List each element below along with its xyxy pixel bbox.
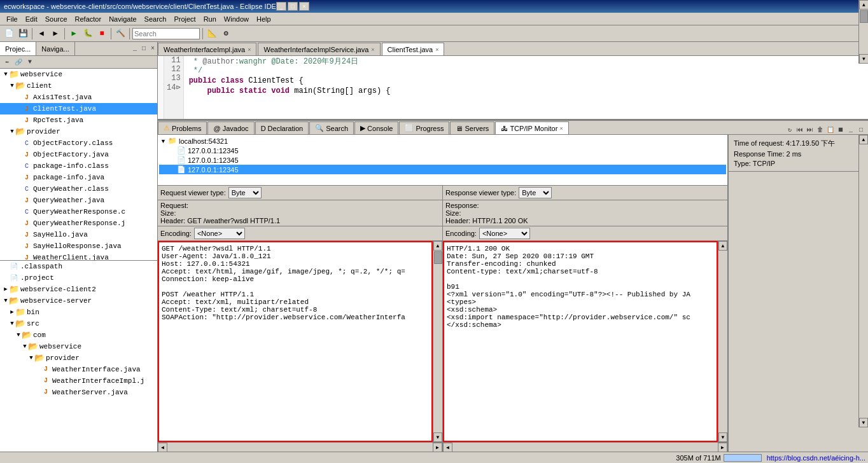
back-button[interactable]: ◀ [35, 27, 48, 40]
request-body[interactable]: GET /weather?wsdl HTTP/1.1 User-Agent: J… [158, 241, 433, 442]
tab-progress[interactable]: ⬜ Progress [399, 121, 449, 134]
scroll-down-button[interactable]: ▼ [859, 56, 868, 64]
debug-button[interactable]: 🐛 [81, 27, 94, 40]
tcpip-toolbar-btn5[interactable]: 📋 [826, 125, 835, 134]
tree-item-bin[interactable]: ▶ 📁 bin [0, 307, 157, 318]
tab-javadoc[interactable]: @ Javadoc [207, 121, 254, 134]
tree-item-src[interactable]: ▼ 📂 src [0, 318, 157, 329]
tree-item-pkginfo-class[interactable]: C package-info.class [0, 160, 157, 172]
maximize-panel-button[interactable]: □ [139, 45, 148, 53]
tcpip-toolbar-btn2[interactable]: ⏮ [795, 125, 804, 134]
menu-run[interactable]: Run [200, 14, 220, 24]
tree-menu-button[interactable]: ▼ [24, 58, 36, 67]
tcpip-toolbar-btn6[interactable]: ⏹ [836, 125, 845, 134]
tree-item-com[interactable]: ▼ 📂 com [0, 329, 157, 341]
minimize-bottom-button[interactable]: _ [846, 125, 855, 134]
close-tab-clienttest[interactable]: × [435, 46, 438, 53]
tab-servers[interactable]: 🖥 Servers [450, 121, 494, 134]
request-hscroll-left[interactable]: ◀ [158, 443, 167, 452]
request-viewer-select[interactable]: Byte XML HTML [228, 187, 262, 198]
conn-item-127-3[interactable]: 📄 127.0.0.1:12345 [159, 165, 726, 174]
response-scroll-up[interactable]: ▲ [718, 241, 727, 251]
tcpip-toolbar-btn1[interactable]: ↻ [785, 125, 794, 134]
minimize-panel-button[interactable]: _ [130, 45, 139, 53]
conn-item-localhost[interactable]: ▼ 📁 localhost:54321 [159, 136, 726, 146]
response-hscroll-right[interactable]: ▶ [718, 443, 727, 452]
tree-item-queryweatherresp-j[interactable]: J QueryWeatherResponse.j [0, 218, 157, 229]
tab-clienttest[interactable]: ClientTest.java × [382, 43, 445, 55]
menu-window[interactable]: Window [220, 14, 253, 24]
response-hscroll[interactable]: ◀ ▶ [443, 442, 727, 452]
stop-button[interactable]: ■ [95, 27, 108, 40]
tree-item-webservice2[interactable]: ▼ 📂 webservice [0, 341, 157, 352]
close-panel-button[interactable]: × [148, 45, 157, 53]
tree-item-webservice-client2[interactable]: ▶ 📁 webservice-client2 [0, 284, 157, 295]
tree-item-sayhello[interactable]: J SayHello.java [0, 229, 157, 240]
tree-item-queryweather-class[interactable]: C QueryWeather.class [0, 183, 157, 195]
tree-item-weatherinterface[interactable]: J WeatherInterface.java [0, 364, 157, 375]
menu-refactor[interactable]: Refactor [71, 14, 106, 24]
menu-navigate[interactable]: Navigate [105, 14, 140, 24]
tab-weatherifaceimplservice[interactable]: WeatherInterfaceImplService.java × [258, 43, 380, 55]
link-editor-button[interactable]: 🔗 [13, 58, 24, 67]
request-scroll-down[interactable]: ▼ [433, 432, 442, 442]
maximize-bottom-button[interactable]: □ [857, 125, 865, 134]
tree-item-objectfactory-class[interactable]: C ObjectFactory.class [0, 137, 157, 149]
close-tab-weatherifaceimpl[interactable]: × [248, 46, 251, 53]
tree-item-classpath[interactable]: 📄 .classpath [0, 261, 157, 272]
tree-item-client[interactable]: ▼ 📂 client [0, 80, 157, 92]
tcpip-toolbar-btn4[interactable]: 🗑 [816, 125, 825, 134]
tree-item-weatherifaceimpl2[interactable]: J WeatherInterfaceImpl.j [0, 375, 157, 387]
menu-project[interactable]: Project [170, 14, 199, 24]
tab-tcpip-monitor[interactable]: 🖧 TCP/IP Monitor × [495, 121, 568, 134]
tree-item-queryweather-java[interactable]: J QueryWeather.java [0, 195, 157, 206]
response-vscroll[interactable]: ▲ ▼ [718, 241, 727, 442]
right-scroll-up[interactable]: ▲ [859, 135, 868, 144]
collapse-all-button[interactable]: ⬅ [1, 58, 13, 67]
request-hscroll[interactable]: ◀ ▶ [158, 442, 442, 452]
connection-tree[interactable]: ▼ 📁 localhost:54321 📄 127.0.0.1:12345 📄 [158, 135, 727, 186]
tab-problems[interactable]: ⚠ Problems [158, 121, 207, 134]
request-scroll-thumb[interactable] [434, 251, 442, 264]
menu-file[interactable]: File [3, 14, 22, 24]
tree-item-queryweatherresp-c[interactable]: C QueryWeatherResponse.c [0, 206, 157, 218]
tab-navigator[interactable]: Naviga... [36, 42, 74, 55]
tree-item-axis1test[interactable]: J Axis1Test.java [0, 92, 157, 103]
request-encoding-select[interactable]: <None> [194, 228, 245, 239]
save-button[interactable]: 💾 [17, 27, 29, 40]
response-hscroll-left[interactable]: ◀ [443, 443, 452, 452]
new-button[interactable]: 📄 [3, 27, 15, 40]
minimize-button[interactable]: _ [276, 2, 286, 11]
tree-item-objectfactory-java[interactable]: J ObjectFactory.java [0, 149, 157, 160]
code-editor[interactable]: 11 12 13 14⊳ * @author:wanghr @Date: 202… [158, 56, 868, 120]
conn-toggle-localhost[interactable]: ▼ [160, 138, 168, 144]
close-button[interactable]: × [299, 2, 309, 11]
response-viewer-select[interactable]: Byte XML HTML [519, 187, 552, 198]
response-body[interactable]: HTTP/1.1 200 OK Date: Sun, 27 Sep 2020 0… [443, 241, 718, 442]
tcpip-toolbar-btn3[interactable]: ⏭ [806, 125, 815, 134]
tab-declaration[interactable]: D Declaration [255, 121, 309, 134]
tree-item-webservice[interactable]: ▼ 📁 webservice [0, 69, 157, 80]
request-vscroll[interactable]: ▲ ▼ [433, 241, 442, 442]
run-button[interactable]: ▶ [67, 27, 80, 40]
request-scroll-up[interactable]: ▲ [433, 241, 442, 251]
build-button[interactable]: 🔨 [114, 27, 127, 40]
menu-search[interactable]: Search [141, 14, 171, 24]
tab-project-explorer[interactable]: Projec... [0, 42, 36, 55]
conn-item-127-1[interactable]: 📄 127.0.0.1:12345 [159, 146, 726, 155]
tree-item-rpctest[interactable]: J RpcTest.java [0, 114, 157, 126]
close-tab-weatherifaceimplservice[interactable]: × [371, 46, 374, 53]
editor-vscroll[interactable]: ▲ ▼ [858, 56, 868, 64]
response-scroll-down[interactable]: ▼ [718, 432, 727, 442]
tree-item-provider[interactable]: ▼ 📂 provider [0, 126, 157, 137]
tab-weatherifaceimpl[interactable]: WeatherInterfaceImpl.java × [158, 43, 256, 55]
search-input[interactable] [134, 29, 198, 39]
tree-item-weatherserver[interactable]: J WeatherServer.java [0, 387, 157, 398]
close-tcpip-tab[interactable]: × [559, 125, 563, 132]
maximize-button[interactable]: □ [288, 2, 298, 11]
tree-item-pkginfo-java[interactable]: J package-info.java [0, 172, 157, 183]
forward-button[interactable]: ▶ [49, 27, 62, 40]
tree-item-sayhelloresponse[interactable]: J SayHelloResponse.java [0, 240, 157, 252]
right-vscroll[interactable]: ▲ ▼ [858, 135, 868, 427]
tree-item-weatherclient[interactable]: J WeatherClient.java [0, 252, 157, 261]
